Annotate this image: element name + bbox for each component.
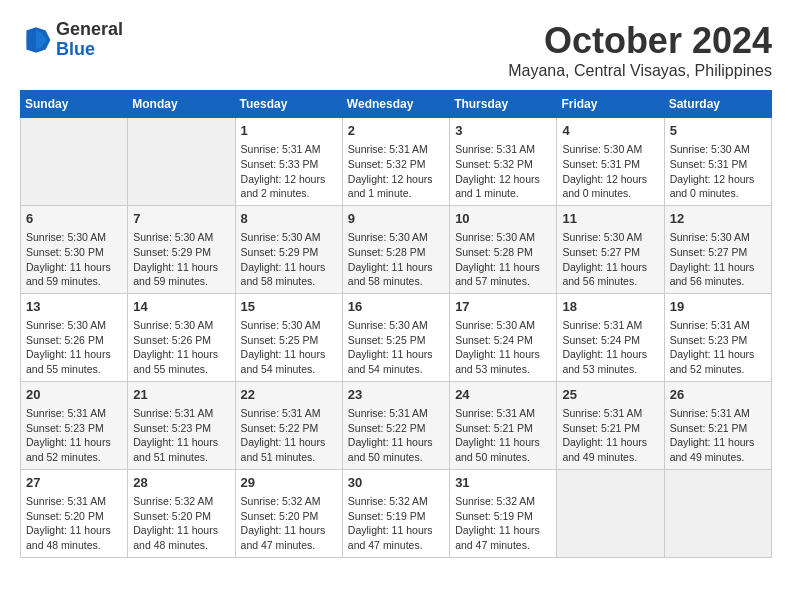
day-info: Sunrise: 5:31 AMSunset: 5:33 PMDaylight:… bbox=[241, 143, 326, 199]
day-number: 17 bbox=[455, 298, 551, 316]
calendar-cell: 31Sunrise: 5:32 AMSunset: 5:19 PMDayligh… bbox=[450, 469, 557, 557]
calendar-cell bbox=[557, 469, 664, 557]
calendar-cell: 20Sunrise: 5:31 AMSunset: 5:23 PMDayligh… bbox=[21, 381, 128, 469]
day-number: 22 bbox=[241, 386, 337, 404]
calendar-cell: 6Sunrise: 5:30 AMSunset: 5:30 PMDaylight… bbox=[21, 205, 128, 293]
calendar-cell: 7Sunrise: 5:30 AMSunset: 5:29 PMDaylight… bbox=[128, 205, 235, 293]
day-info: Sunrise: 5:30 AMSunset: 5:30 PMDaylight:… bbox=[26, 231, 111, 287]
day-number: 19 bbox=[670, 298, 766, 316]
day-info: Sunrise: 5:32 AMSunset: 5:20 PMDaylight:… bbox=[241, 495, 326, 551]
calendar-cell: 21Sunrise: 5:31 AMSunset: 5:23 PMDayligh… bbox=[128, 381, 235, 469]
day-number: 10 bbox=[455, 210, 551, 228]
day-number: 29 bbox=[241, 474, 337, 492]
day-number: 2 bbox=[348, 122, 444, 140]
calendar-cell: 2Sunrise: 5:31 AMSunset: 5:32 PMDaylight… bbox=[342, 118, 449, 206]
day-number: 11 bbox=[562, 210, 658, 228]
day-info: Sunrise: 5:31 AMSunset: 5:32 PMDaylight:… bbox=[455, 143, 540, 199]
day-info: Sunrise: 5:30 AMSunset: 5:26 PMDaylight:… bbox=[133, 319, 218, 375]
day-number: 28 bbox=[133, 474, 229, 492]
day-number: 15 bbox=[241, 298, 337, 316]
day-number: 31 bbox=[455, 474, 551, 492]
day-number: 3 bbox=[455, 122, 551, 140]
day-number: 30 bbox=[348, 474, 444, 492]
calendar-cell: 1Sunrise: 5:31 AMSunset: 5:33 PMDaylight… bbox=[235, 118, 342, 206]
day-info: Sunrise: 5:31 AMSunset: 5:22 PMDaylight:… bbox=[241, 407, 326, 463]
logo: General Blue bbox=[20, 20, 123, 60]
calendar-cell: 11Sunrise: 5:30 AMSunset: 5:27 PMDayligh… bbox=[557, 205, 664, 293]
calendar-cell: 23Sunrise: 5:31 AMSunset: 5:22 PMDayligh… bbox=[342, 381, 449, 469]
day-number: 25 bbox=[562, 386, 658, 404]
calendar-cell: 28Sunrise: 5:32 AMSunset: 5:20 PMDayligh… bbox=[128, 469, 235, 557]
day-info: Sunrise: 5:31 AMSunset: 5:23 PMDaylight:… bbox=[26, 407, 111, 463]
day-header-wednesday: Wednesday bbox=[342, 91, 449, 118]
day-number: 9 bbox=[348, 210, 444, 228]
calendar-cell bbox=[128, 118, 235, 206]
day-info: Sunrise: 5:31 AMSunset: 5:21 PMDaylight:… bbox=[455, 407, 540, 463]
page-header: General Blue October 2024 Mayana, Centra… bbox=[20, 20, 772, 80]
day-number: 5 bbox=[670, 122, 766, 140]
calendar-cell bbox=[21, 118, 128, 206]
calendar-cell: 15Sunrise: 5:30 AMSunset: 5:25 PMDayligh… bbox=[235, 293, 342, 381]
calendar-cell: 5Sunrise: 5:30 AMSunset: 5:31 PMDaylight… bbox=[664, 118, 771, 206]
calendar-cell bbox=[664, 469, 771, 557]
day-info: Sunrise: 5:30 AMSunset: 5:25 PMDaylight:… bbox=[348, 319, 433, 375]
logo-icon bbox=[20, 24, 52, 56]
location-title: Mayana, Central Visayas, Philippines bbox=[508, 62, 772, 80]
calendar-cell: 27Sunrise: 5:31 AMSunset: 5:20 PMDayligh… bbox=[21, 469, 128, 557]
day-number: 8 bbox=[241, 210, 337, 228]
day-header-tuesday: Tuesday bbox=[235, 91, 342, 118]
day-header-saturday: Saturday bbox=[664, 91, 771, 118]
month-title: October 2024 bbox=[508, 20, 772, 62]
day-header-sunday: Sunday bbox=[21, 91, 128, 118]
day-info: Sunrise: 5:31 AMSunset: 5:23 PMDaylight:… bbox=[670, 319, 755, 375]
day-info: Sunrise: 5:30 AMSunset: 5:25 PMDaylight:… bbox=[241, 319, 326, 375]
title-area: October 2024 Mayana, Central Visayas, Ph… bbox=[508, 20, 772, 80]
day-number: 7 bbox=[133, 210, 229, 228]
calendar-cell: 25Sunrise: 5:31 AMSunset: 5:21 PMDayligh… bbox=[557, 381, 664, 469]
calendar-cell: 29Sunrise: 5:32 AMSunset: 5:20 PMDayligh… bbox=[235, 469, 342, 557]
day-info: Sunrise: 5:31 AMSunset: 5:32 PMDaylight:… bbox=[348, 143, 433, 199]
day-number: 16 bbox=[348, 298, 444, 316]
day-info: Sunrise: 5:30 AMSunset: 5:29 PMDaylight:… bbox=[241, 231, 326, 287]
calendar-cell: 14Sunrise: 5:30 AMSunset: 5:26 PMDayligh… bbox=[128, 293, 235, 381]
day-info: Sunrise: 5:30 AMSunset: 5:29 PMDaylight:… bbox=[133, 231, 218, 287]
day-info: Sunrise: 5:31 AMSunset: 5:23 PMDaylight:… bbox=[133, 407, 218, 463]
day-number: 1 bbox=[241, 122, 337, 140]
calendar-cell: 8Sunrise: 5:30 AMSunset: 5:29 PMDaylight… bbox=[235, 205, 342, 293]
day-info: Sunrise: 5:32 AMSunset: 5:19 PMDaylight:… bbox=[348, 495, 433, 551]
day-number: 21 bbox=[133, 386, 229, 404]
day-number: 12 bbox=[670, 210, 766, 228]
calendar-cell: 3Sunrise: 5:31 AMSunset: 5:32 PMDaylight… bbox=[450, 118, 557, 206]
day-header-friday: Friday bbox=[557, 91, 664, 118]
calendar-cell: 13Sunrise: 5:30 AMSunset: 5:26 PMDayligh… bbox=[21, 293, 128, 381]
day-number: 20 bbox=[26, 386, 122, 404]
day-number: 27 bbox=[26, 474, 122, 492]
day-info: Sunrise: 5:30 AMSunset: 5:24 PMDaylight:… bbox=[455, 319, 540, 375]
calendar-cell: 9Sunrise: 5:30 AMSunset: 5:28 PMDaylight… bbox=[342, 205, 449, 293]
day-info: Sunrise: 5:32 AMSunset: 5:19 PMDaylight:… bbox=[455, 495, 540, 551]
week-row-4: 20Sunrise: 5:31 AMSunset: 5:23 PMDayligh… bbox=[21, 381, 772, 469]
day-info: Sunrise: 5:30 AMSunset: 5:27 PMDaylight:… bbox=[670, 231, 755, 287]
calendar-cell: 4Sunrise: 5:30 AMSunset: 5:31 PMDaylight… bbox=[557, 118, 664, 206]
day-info: Sunrise: 5:31 AMSunset: 5:22 PMDaylight:… bbox=[348, 407, 433, 463]
day-info: Sunrise: 5:30 AMSunset: 5:28 PMDaylight:… bbox=[455, 231, 540, 287]
day-header-monday: Monday bbox=[128, 91, 235, 118]
calendar-cell: 12Sunrise: 5:30 AMSunset: 5:27 PMDayligh… bbox=[664, 205, 771, 293]
day-number: 6 bbox=[26, 210, 122, 228]
day-info: Sunrise: 5:31 AMSunset: 5:21 PMDaylight:… bbox=[562, 407, 647, 463]
day-info: Sunrise: 5:30 AMSunset: 5:31 PMDaylight:… bbox=[670, 143, 755, 199]
calendar-cell: 10Sunrise: 5:30 AMSunset: 5:28 PMDayligh… bbox=[450, 205, 557, 293]
day-info: Sunrise: 5:30 AMSunset: 5:31 PMDaylight:… bbox=[562, 143, 647, 199]
calendar-cell: 17Sunrise: 5:30 AMSunset: 5:24 PMDayligh… bbox=[450, 293, 557, 381]
calendar-cell: 18Sunrise: 5:31 AMSunset: 5:24 PMDayligh… bbox=[557, 293, 664, 381]
day-number: 14 bbox=[133, 298, 229, 316]
day-info: Sunrise: 5:30 AMSunset: 5:26 PMDaylight:… bbox=[26, 319, 111, 375]
week-row-3: 13Sunrise: 5:30 AMSunset: 5:26 PMDayligh… bbox=[21, 293, 772, 381]
day-info: Sunrise: 5:30 AMSunset: 5:27 PMDaylight:… bbox=[562, 231, 647, 287]
calendar-cell: 30Sunrise: 5:32 AMSunset: 5:19 PMDayligh… bbox=[342, 469, 449, 557]
calendar-cell: 26Sunrise: 5:31 AMSunset: 5:21 PMDayligh… bbox=[664, 381, 771, 469]
calendar-cell: 16Sunrise: 5:30 AMSunset: 5:25 PMDayligh… bbox=[342, 293, 449, 381]
logo-text: General Blue bbox=[56, 20, 123, 60]
day-number: 18 bbox=[562, 298, 658, 316]
calendar-cell: 19Sunrise: 5:31 AMSunset: 5:23 PMDayligh… bbox=[664, 293, 771, 381]
